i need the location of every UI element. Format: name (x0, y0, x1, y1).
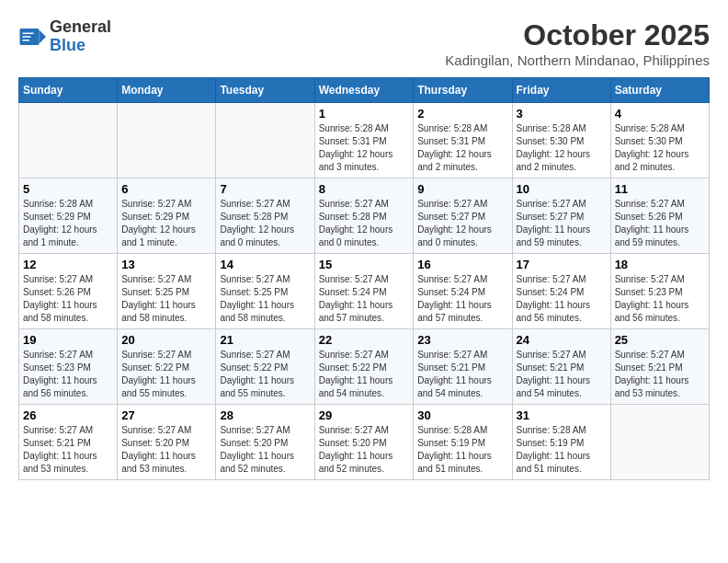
calendar-cell: 14Sunrise: 5:27 AM Sunset: 5:25 PM Dayli… (216, 254, 314, 329)
weekday-header-saturday: Saturday (610, 78, 709, 103)
weekday-header-wednesday: Wednesday (314, 78, 414, 103)
calendar-cell: 29Sunrise: 5:27 AM Sunset: 5:20 PM Dayli… (314, 405, 414, 480)
calendar-cell: 21Sunrise: 5:27 AM Sunset: 5:22 PM Dayli… (216, 329, 314, 405)
calendar-cell: 8Sunrise: 5:27 AM Sunset: 5:28 PM Daylig… (314, 178, 414, 254)
calendar-cell: 4Sunrise: 5:28 AM Sunset: 5:30 PM Daylig… (610, 103, 709, 178)
day-info: Sunrise: 5:27 AM Sunset: 5:24 PM Dayligh… (517, 273, 607, 325)
day-info: Sunrise: 5:27 AM Sunset: 5:27 PM Dayligh… (517, 198, 607, 249)
day-info: Sunrise: 5:28 AM Sunset: 5:31 PM Dayligh… (417, 122, 507, 174)
calendar-cell: 2Sunrise: 5:28 AM Sunset: 5:31 PM Daylig… (414, 103, 512, 178)
week-row-1: 1Sunrise: 5:28 AM Sunset: 5:31 PM Daylig… (19, 103, 710, 178)
calendar-cell: 18Sunrise: 5:27 AM Sunset: 5:23 PM Dayli… (610, 254, 709, 329)
day-info: Sunrise: 5:27 AM Sunset: 5:23 PM Dayligh… (615, 273, 705, 325)
day-info: Sunrise: 5:27 AM Sunset: 5:24 PM Dayligh… (319, 273, 410, 325)
calendar-cell (19, 103, 118, 178)
day-number: 27 (121, 408, 211, 422)
day-info: Sunrise: 5:27 AM Sunset: 5:26 PM Dayligh… (23, 273, 113, 325)
calendar-cell: 17Sunrise: 5:27 AM Sunset: 5:24 PM Dayli… (512, 254, 610, 329)
day-number: 1 (319, 107, 410, 121)
day-info: Sunrise: 5:27 AM Sunset: 5:27 PM Dayligh… (417, 198, 507, 249)
weekday-header-monday: Monday (118, 78, 216, 103)
calendar-cell: 7Sunrise: 5:27 AM Sunset: 5:28 PM Daylig… (216, 178, 314, 254)
day-number: 17 (517, 258, 607, 271)
day-info: Sunrise: 5:27 AM Sunset: 5:21 PM Dayligh… (517, 349, 607, 400)
day-number: 18 (615, 258, 705, 271)
day-info: Sunrise: 5:27 AM Sunset: 5:28 PM Dayligh… (220, 198, 310, 249)
day-number: 24 (517, 333, 607, 347)
day-info: Sunrise: 5:28 AM Sunset: 5:29 PM Dayligh… (23, 198, 113, 249)
day-number: 9 (417, 182, 507, 196)
day-info: Sunrise: 5:27 AM Sunset: 5:21 PM Dayligh… (417, 349, 507, 400)
day-number: 7 (220, 182, 310, 196)
day-info: Sunrise: 5:27 AM Sunset: 5:20 PM Dayligh… (121, 424, 211, 476)
week-row-3: 12Sunrise: 5:27 AM Sunset: 5:26 PM Dayli… (19, 254, 710, 329)
day-number: 23 (417, 333, 507, 347)
day-info: Sunrise: 5:27 AM Sunset: 5:22 PM Dayligh… (121, 349, 211, 400)
day-info: Sunrise: 5:27 AM Sunset: 5:22 PM Dayligh… (220, 349, 310, 400)
calendar-cell: 10Sunrise: 5:27 AM Sunset: 5:27 PM Dayli… (512, 178, 610, 254)
title-section: October 2025 Kadingilan, Northern Mindan… (445, 18, 710, 68)
calendar-cell: 12Sunrise: 5:27 AM Sunset: 5:26 PM Dayli… (19, 254, 118, 329)
calendar-cell: 20Sunrise: 5:27 AM Sunset: 5:22 PM Dayli… (118, 329, 216, 405)
calendar-cell: 31Sunrise: 5:28 AM Sunset: 5:19 PM Dayli… (512, 405, 610, 480)
month-title: October 2025 (445, 18, 710, 52)
header: General Blue October 2025 Kadingilan, No… (18, 18, 710, 68)
calendar-cell: 24Sunrise: 5:27 AM Sunset: 5:21 PM Dayli… (512, 329, 610, 405)
calendar-cell (610, 405, 709, 480)
day-info: Sunrise: 5:27 AM Sunset: 5:25 PM Dayligh… (121, 273, 211, 325)
calendar-cell: 26Sunrise: 5:27 AM Sunset: 5:21 PM Dayli… (19, 405, 118, 480)
calendar-cell: 16Sunrise: 5:27 AM Sunset: 5:24 PM Dayli… (414, 254, 512, 329)
day-number: 14 (220, 258, 310, 271)
logo-line1: General (50, 18, 111, 37)
day-number: 5 (23, 182, 113, 196)
calendar-table: SundayMondayTuesdayWednesdayThursdayFrid… (18, 77, 710, 480)
weekday-header-friday: Friday (512, 78, 610, 103)
day-info: Sunrise: 5:27 AM Sunset: 5:26 PM Dayligh… (615, 198, 705, 249)
week-row-5: 26Sunrise: 5:27 AM Sunset: 5:21 PM Dayli… (19, 405, 710, 480)
day-info: Sunrise: 5:27 AM Sunset: 5:20 PM Dayligh… (220, 424, 310, 476)
calendar-cell: 28Sunrise: 5:27 AM Sunset: 5:20 PM Dayli… (216, 405, 314, 480)
calendar-cell: 15Sunrise: 5:27 AM Sunset: 5:24 PM Dayli… (314, 254, 414, 329)
day-number: 3 (517, 107, 607, 121)
calendar-cell: 3Sunrise: 5:28 AM Sunset: 5:30 PM Daylig… (512, 103, 610, 178)
subtitle: Kadingilan, Northern Mindanao, Philippin… (445, 52, 710, 68)
weekday-header-sunday: Sunday (19, 78, 118, 103)
day-number: 28 (220, 408, 310, 422)
day-number: 8 (319, 182, 410, 196)
day-info: Sunrise: 5:27 AM Sunset: 5:29 PM Dayligh… (121, 198, 211, 249)
calendar-cell: 11Sunrise: 5:27 AM Sunset: 5:26 PM Dayli… (610, 178, 709, 254)
svg-rect-4 (23, 40, 30, 41)
calendar-cell (216, 103, 314, 178)
day-info: Sunrise: 5:27 AM Sunset: 5:25 PM Dayligh… (220, 273, 310, 325)
calendar-cell: 23Sunrise: 5:27 AM Sunset: 5:21 PM Dayli… (414, 329, 512, 405)
calendar-cell: 19Sunrise: 5:27 AM Sunset: 5:23 PM Dayli… (19, 329, 118, 405)
calendar-cell: 27Sunrise: 5:27 AM Sunset: 5:20 PM Dayli… (118, 405, 216, 480)
calendar-cell: 6Sunrise: 5:27 AM Sunset: 5:29 PM Daylig… (118, 178, 216, 254)
week-row-2: 5Sunrise: 5:28 AM Sunset: 5:29 PM Daylig… (19, 178, 710, 254)
day-number: 20 (121, 333, 211, 347)
day-number: 22 (319, 333, 410, 347)
day-number: 29 (319, 408, 410, 422)
weekday-header-thursday: Thursday (414, 78, 512, 103)
weekday-header-row: SundayMondayTuesdayWednesdayThursdayFrid… (19, 78, 710, 103)
calendar-cell: 1Sunrise: 5:28 AM Sunset: 5:31 PM Daylig… (314, 103, 414, 178)
logo: General Blue (18, 18, 111, 55)
day-info: Sunrise: 5:27 AM Sunset: 5:23 PM Dayligh… (23, 349, 113, 400)
weekday-header-tuesday: Tuesday (216, 78, 314, 103)
day-number: 16 (417, 258, 507, 271)
logo-line2: Blue (50, 37, 111, 55)
day-number: 21 (220, 333, 310, 347)
day-number: 12 (23, 258, 113, 271)
day-info: Sunrise: 5:27 AM Sunset: 5:20 PM Dayligh… (319, 424, 410, 476)
day-number: 26 (23, 408, 113, 422)
svg-marker-1 (40, 29, 47, 43)
day-number: 2 (417, 107, 507, 121)
day-info: Sunrise: 5:28 AM Sunset: 5:19 PM Dayligh… (417, 424, 507, 476)
svg-rect-3 (23, 36, 31, 38)
calendar-cell (118, 103, 216, 178)
day-number: 11 (615, 182, 705, 196)
day-info: Sunrise: 5:28 AM Sunset: 5:30 PM Dayligh… (615, 122, 705, 174)
week-row-4: 19Sunrise: 5:27 AM Sunset: 5:23 PM Dayli… (19, 329, 710, 405)
day-number: 6 (121, 182, 211, 196)
calendar-cell: 5Sunrise: 5:28 AM Sunset: 5:29 PM Daylig… (19, 178, 118, 254)
